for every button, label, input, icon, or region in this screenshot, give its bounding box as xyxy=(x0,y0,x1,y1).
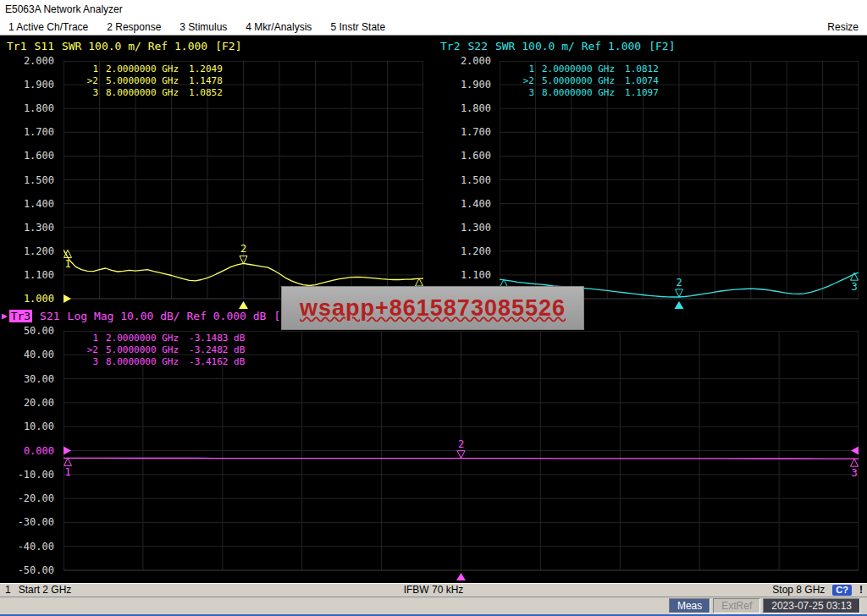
title-bar: E5063A Network Analyzer xyxy=(0,0,867,19)
status-bar: 1 Start 2 GHz IFBW 70 kHz Stop 8 GHz C? … xyxy=(0,583,867,597)
tr2-measurement: S22 xyxy=(467,40,487,52)
menu-resize[interactable]: Resize xyxy=(827,21,859,33)
tr1-marker-readout: 12.0000000 GHz1.2049 >25.0000000 GHz1.14… xyxy=(78,63,223,99)
tr2-header[interactable]: Tr2 S22 SWR 100.0 m/ Ref 1.000 [F2] xyxy=(440,40,682,52)
tr1-marker-row-3: 38.0000000 GHz1.0852 xyxy=(78,87,223,99)
watermark-overlay: wsapp+8615873085526 xyxy=(281,286,584,330)
tr2-marker-row-1: 12.0000000 GHz1.0812 xyxy=(514,63,659,75)
svg-text:2: 2 xyxy=(676,277,682,289)
tr3-marker-row-1: 12.0000000 GHz-3.1483 dB xyxy=(78,333,245,344)
warning-indicator: ! xyxy=(859,584,863,597)
tr3-marker-row-3: 38.0000000 GHz-3.4162 dB xyxy=(78,356,245,368)
tr2-channel-annot: [F2] xyxy=(649,40,675,52)
menu-mkr-analysis[interactable]: 4 Mkr/Analysis xyxy=(246,21,312,33)
meas-status-button[interactable]: Meas xyxy=(669,598,710,613)
stop-frequency: Stop 8 GHz xyxy=(772,584,825,597)
s21-logmag-plot[interactable]: 123 xyxy=(64,331,859,582)
svg-text:2: 2 xyxy=(240,243,246,255)
tr3-label[interactable]: Tr3 xyxy=(9,310,32,322)
svg-text:1: 1 xyxy=(64,466,70,478)
channel-number: 1 xyxy=(5,584,11,597)
menu-stimulus[interactable]: 3 Stimulus xyxy=(179,21,227,33)
tr1-scale-labels: 2.0001.9001.8001.7001.6001.5001.4001.300… xyxy=(0,61,59,299)
tr2-label[interactable]: Tr2 xyxy=(440,40,460,52)
watermark-text: wsapp+8615873085526 xyxy=(300,295,566,322)
window-title: E5063A Network Analyzer xyxy=(5,3,123,15)
svg-text:1: 1 xyxy=(64,258,70,270)
correction-status-badge: C? xyxy=(832,585,852,596)
tr3-measurement: S21 xyxy=(40,310,59,322)
tr3-header[interactable]: ▶ Tr3 S21 Log Mag 10.00 dB/ Ref 0.000 dB… xyxy=(2,310,308,322)
instrument-taskbar: Meas ExtRef 2023-07-25 03:13 xyxy=(0,597,867,614)
menu-bar: 1 Active Ch/Trace 2 Response 3 Stimulus … xyxy=(0,19,867,36)
svg-text:3: 3 xyxy=(851,281,857,293)
tr2-marker-row-2: >25.0000000 GHz1.0074 xyxy=(514,75,659,87)
ifbw-readout: IFBW 70 kHz xyxy=(404,584,464,597)
tr2-scale-labels: 2.0001.9001.8001.7001.6001.5001.4001.300… xyxy=(437,61,496,299)
tr1-label[interactable]: Tr1 xyxy=(7,40,26,52)
tr2-scale: SWR 100.0 m/ Ref 1.000 xyxy=(495,40,641,52)
svg-text:2: 2 xyxy=(458,438,464,450)
tr2-marker-readout: 12.0000000 GHz1.0812 >25.0000000 GHz1.00… xyxy=(514,63,659,99)
tr1-scale: SWR 100.0 m/ Ref 1.000 xyxy=(62,40,207,52)
app-window: E5063A Network Analyzer 1 Active Ch/Trac… xyxy=(0,0,867,616)
menu-active-ch-trace[interactable]: 1 Active Ch/Trace xyxy=(8,21,88,33)
tr3-marker-readout: 12.0000000 GHz-3.1483 dB >25.0000000 GHz… xyxy=(78,333,245,368)
tr1-marker-row-2: >25.0000000 GHz1.1478 xyxy=(78,75,223,87)
tr3-marker-row-2: >25.0000000 GHz-3.2482 dB xyxy=(78,344,245,356)
menu-instr-state[interactable]: 5 Instr State xyxy=(330,21,385,33)
active-trace-arrow-icon: ▶ xyxy=(2,311,8,322)
tr3-scale-labels: 50.0040.0030.0020.0010.000.000-10.00-20.… xyxy=(0,331,59,570)
extref-indicator: ExtRef xyxy=(713,598,760,613)
tr1-header[interactable]: Tr1 S11 SWR 100.0 m/ Ref 1.000 [F2] xyxy=(7,40,249,52)
datetime-display: 2023-07-25 03:13 xyxy=(763,598,860,613)
tr3-scale: Log Mag 10.00 dB/ Ref 0.000 dB xyxy=(68,310,267,322)
tr1-measurement: S11 xyxy=(34,40,53,52)
tr1-channel-annot: [F2] xyxy=(215,40,241,52)
menu-response[interactable]: 2 Response xyxy=(107,21,161,33)
tr2-marker-row-3: 38.0000000 GHz1.1097 xyxy=(514,87,659,99)
start-frequency: Start 2 GHz xyxy=(19,584,72,597)
svg-text:3: 3 xyxy=(851,467,857,479)
tr1-marker-row-1: 12.0000000 GHz1.2049 xyxy=(78,63,223,75)
